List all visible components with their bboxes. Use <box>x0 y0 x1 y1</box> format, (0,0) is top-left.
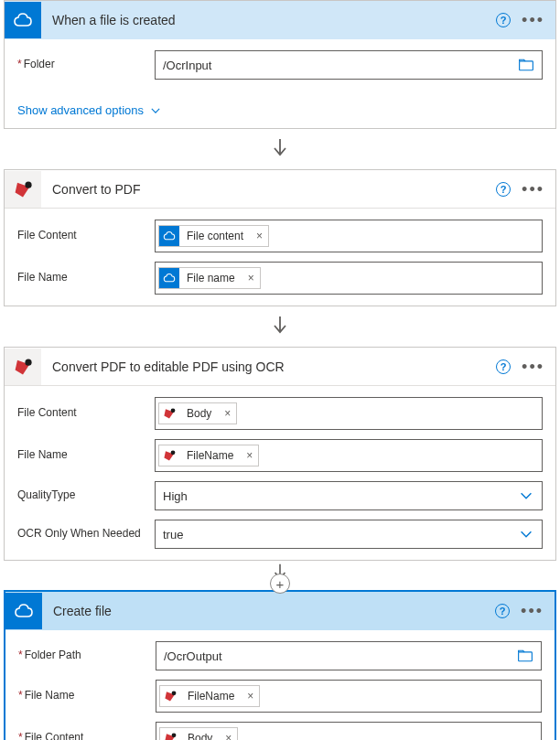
chevron-down-icon <box>518 526 534 542</box>
add-step-button[interactable]: + <box>270 574 290 594</box>
help-icon[interactable]: ? <box>495 604 510 618</box>
file-name-input[interactable]: FileName × <box>156 680 542 713</box>
api-key-icon <box>5 349 41 385</box>
onedrive-icon <box>5 593 42 629</box>
token-filename[interactable]: FileName × <box>158 445 259 467</box>
token-file-name[interactable]: File name × <box>158 267 261 289</box>
token-body[interactable]: Body × <box>158 402 237 424</box>
file-content-input[interactable]: Body × <box>156 722 542 740</box>
more-menu-icon[interactable]: ••• <box>522 359 544 375</box>
onedrive-icon <box>159 268 179 288</box>
api-key-icon <box>5 171 41 208</box>
flow-arrow <box>0 129 560 169</box>
quality-select[interactable]: High <box>155 481 543 510</box>
remove-token-icon[interactable]: × <box>242 272 260 284</box>
file-content-input[interactable]: File content × <box>155 220 543 252</box>
step4-title: Create file <box>42 604 495 618</box>
file-name-label: File Name <box>17 271 155 285</box>
step4-header[interactable]: Create file ? ••• <box>5 592 555 630</box>
remove-token-icon[interactable]: × <box>241 449 258 462</box>
token-body[interactable]: Body × <box>159 727 238 740</box>
more-menu-icon[interactable]: ••• <box>522 12 544 28</box>
file-content-input[interactable]: Body × <box>155 397 543 430</box>
file-name-input[interactable]: FileName × <box>155 439 543 472</box>
ocr-only-label: OCR Only When Needed <box>17 527 155 542</box>
remove-token-icon[interactable]: × <box>220 732 237 740</box>
folder-value: /OcrInput <box>163 59 211 72</box>
help-icon[interactable]: ? <box>496 182 511 197</box>
file-name-label: *File Name <box>18 689 156 703</box>
step3-header[interactable]: Convert PDF to editable PDF using OCR ? … <box>5 348 555 386</box>
step-create-file: Create file ? ••• *Folder Path /OcrOutpu… <box>4 590 556 740</box>
chevron-down-icon <box>518 488 534 504</box>
file-content-label: *File Content <box>18 731 156 740</box>
api-key-icon <box>160 686 180 706</box>
flow-arrow <box>0 306 560 347</box>
help-icon[interactable]: ? <box>496 13 511 27</box>
ocr-only-select[interactable]: true <box>155 520 543 549</box>
file-name-input[interactable]: File name × <box>155 262 543 295</box>
file-name-label: File Name <box>17 448 155 463</box>
quality-label: QualityType <box>17 488 155 503</box>
help-icon[interactable]: ? <box>496 359 511 374</box>
onedrive-icon <box>5 2 41 38</box>
quality-value: High <box>163 489 188 503</box>
folder-picker-icon[interactable] <box>518 57 534 73</box>
step1-title: When a file is created <box>41 13 496 27</box>
token-filename[interactable]: FileName × <box>159 685 260 707</box>
api-key-icon <box>160 728 180 740</box>
file-content-label: File Content <box>17 229 155 243</box>
folder-path-input[interactable]: /OcrOutput <box>156 641 542 670</box>
show-advanced-toggle[interactable]: Show advanced options <box>17 103 162 117</box>
folder-label: *Folder <box>17 58 155 72</box>
more-menu-icon[interactable]: ••• <box>521 603 544 619</box>
api-key-icon <box>159 445 179 466</box>
folder-path-label: *Folder Path <box>18 649 156 663</box>
step-convert-pdf-ocr: Convert PDF to editable PDF using OCR ? … <box>4 347 556 561</box>
step1-header[interactable]: When a file is created ? ••• <box>5 1 555 39</box>
file-content-label: File Content <box>17 406 155 421</box>
more-menu-icon[interactable]: ••• <box>522 181 544 198</box>
step2-header[interactable]: Convert to PDF ? ••• <box>5 170 555 209</box>
step-when-file-created: When a file is created ? ••• *Folder /Oc… <box>4 0 556 129</box>
step3-title: Convert PDF to editable PDF using OCR <box>41 359 496 374</box>
token-file-content[interactable]: File content × <box>158 225 269 247</box>
onedrive-icon <box>159 226 179 246</box>
folder-path-value: /OcrOutput <box>164 649 222 663</box>
remove-token-icon[interactable]: × <box>219 407 236 420</box>
step-convert-to-pdf: Convert to PDF ? ••• File Content File c… <box>4 169 556 306</box>
api-key-icon <box>159 403 179 424</box>
ocr-only-value: true <box>163 528 183 542</box>
folder-input[interactable]: /OcrInput <box>155 50 543 80</box>
chevron-down-icon <box>149 104 162 117</box>
remove-token-icon[interactable]: × <box>242 690 259 702</box>
step2-title: Convert to PDF <box>41 182 496 197</box>
folder-picker-icon[interactable] <box>517 648 533 664</box>
remove-token-icon[interactable]: × <box>251 230 268 242</box>
